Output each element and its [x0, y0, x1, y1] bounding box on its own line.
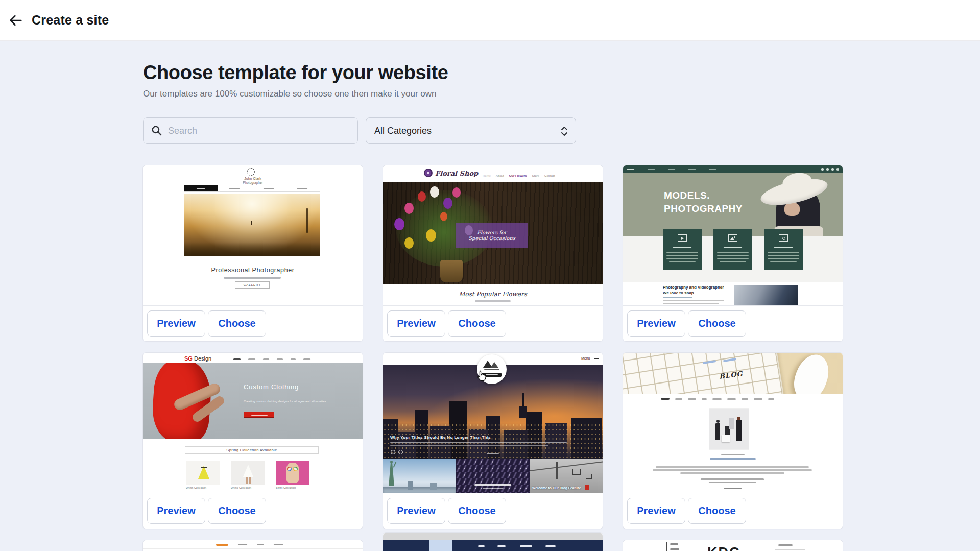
search-input[interactable]	[143, 117, 358, 144]
template-thumbnail-partial-2[interactable]	[383, 533, 603, 551]
template-card-models-photography: MODELS. PHOTOGRAPHY	[623, 165, 843, 341]
template-thumbnail-sg-design[interactable]: SG Design Custom Clothing Creating custo…	[143, 353, 363, 493]
template-thumbnail-partial-1[interactable]	[143, 540, 363, 551]
chevron-up-down-icon	[560, 126, 568, 137]
flower-logo-icon	[424, 169, 433, 177]
category-dropdown[interactable]: All Categories	[366, 117, 576, 144]
choose-button[interactable]: Choose	[688, 498, 746, 524]
tulip-bouquet-photo: Flowers for Special Occasions	[383, 182, 603, 284]
template-thumbnail-partial-3[interactable]: KDC	[623, 540, 843, 551]
browser-bar	[383, 533, 603, 540]
preview-button[interactable]: Preview	[627, 498, 685, 524]
template-thumbnail-travel[interactable]: Menu Why Your Titles Should Be No Longer…	[383, 353, 603, 493]
preview-button[interactable]: Preview	[147, 310, 205, 337]
search-icon	[151, 125, 162, 138]
nav-accent-strip	[429, 540, 452, 551]
template-thumbnail-blog[interactable]: BLOG	[623, 353, 843, 493]
section-heading: Choose template for your website	[143, 62, 980, 84]
template-card-blog: BLOG	[623, 353, 843, 529]
hero-overlay-panel: Flowers for Special Occasions	[456, 223, 528, 248]
template-thumbnail-photographer[interactable]: John Clark Photographer Professional Pho…	[143, 165, 363, 305]
choose-button[interactable]: Choose	[208, 498, 266, 524]
cursor-pointer-icon	[475, 370, 488, 383]
choose-button[interactable]: Choose	[448, 498, 506, 524]
page-title: Create a site	[32, 13, 109, 28]
preview-button[interactable]: Preview	[147, 498, 205, 524]
template-grid: John Clark Photographer Professional Pho…	[143, 165, 980, 551]
sunset-field-photo	[184, 194, 320, 256]
arrow-left-icon	[8, 13, 23, 28]
back-button[interactable]	[4, 9, 27, 32]
preview-button[interactable]: Preview	[387, 498, 445, 524]
category-selected-value: All Categories	[374, 126, 432, 136]
product-photo-dress-yellow	[186, 461, 220, 485]
template-card-partial-3: KDC	[623, 540, 843, 551]
search-box	[143, 117, 358, 144]
top-app-bar: Create a site	[0, 0, 980, 41]
thumb-ski-lift: Welcome to Our Blog Feature	[530, 459, 603, 493]
model-hero-photo: MODELS. PHOTOGRAPHY	[623, 173, 843, 236]
card-actions: Preview Choose	[143, 305, 363, 341]
filter-controls: All Categories	[143, 117, 980, 144]
product-photo-swimwear	[276, 461, 309, 485]
feature-card-video	[663, 229, 702, 270]
template-card-partial-2	[383, 533, 603, 551]
salon-photo	[709, 408, 749, 450]
hero-cta-button	[244, 412, 274, 418]
vase	[440, 260, 463, 282]
section-subheading: Our templates are 100% customizable so c…	[143, 89, 980, 99]
video-icon	[678, 234, 687, 242]
preview-button[interactable]: Preview	[387, 310, 445, 337]
template-card-sg-design: SG Design Custom Clothing Creating custo…	[143, 353, 363, 529]
mouse	[788, 353, 834, 394]
thumb-statue-of-liberty	[383, 459, 456, 493]
choose-button[interactable]: Choose	[448, 310, 506, 337]
product-photo-dress-white	[231, 461, 265, 485]
card-actions: Preview Choose	[143, 493, 363, 529]
camera-icon	[779, 234, 788, 242]
feature-card-image	[713, 229, 752, 270]
hamburger-menu-icon	[594, 357, 599, 360]
makeup-photo	[734, 285, 798, 305]
template-thumbnail-models[interactable]: MODELS. PHOTOGRAPHY	[623, 165, 843, 305]
desk-keyboard-photo: BLOG	[623, 353, 843, 394]
card-actions: Preview Choose	[383, 305, 603, 341]
template-thumbnail-floral[interactable]: Floral Shop Home About Our Flowers Store…	[383, 165, 603, 305]
template-card-partial-2-wrap	[383, 533, 603, 551]
feature-card-camera	[764, 229, 803, 270]
aperture-logo-icon	[247, 168, 255, 176]
template-card-travel-blog: Menu Why Your Titles Should Be No Longer…	[383, 353, 603, 529]
choose-button[interactable]: Choose	[688, 310, 746, 337]
template-picker: Choose template for your website Our tem…	[0, 62, 980, 551]
card-actions: Preview Choose	[383, 493, 603, 529]
template-card-photographer: John Clark Photographer Professional Pho…	[143, 165, 363, 341]
choose-button[interactable]: Choose	[208, 310, 266, 337]
card-actions: Preview Choose	[623, 493, 843, 529]
template-card-partial-1	[143, 540, 363, 551]
image-icon	[728, 234, 737, 242]
preview-button[interactable]: Preview	[627, 310, 685, 337]
template-card-floral-shop: Floral Shop Home About Our Flowers Store…	[383, 165, 603, 341]
thumb-night-sky	[456, 459, 530, 493]
red-dress-hero-photo: Custom Clothing Creating custom clothing…	[143, 363, 363, 439]
card-actions: Preview Choose	[623, 305, 843, 341]
